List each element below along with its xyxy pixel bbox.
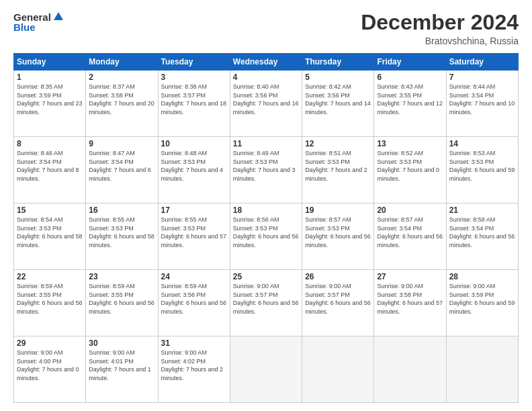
- day-info: Sunrise: 8:59 AMSunset: 3:55 PMDaylight:…: [17, 282, 83, 316]
- day-info: Sunrise: 8:58 AMSunset: 3:54 PMDaylight:…: [449, 216, 515, 249]
- day-info: Sunrise: 8:55 AMSunset: 3:53 PMDaylight:…: [161, 216, 227, 249]
- table-row: [446, 336, 518, 403]
- table-row: 10 Sunrise: 8:48 AMSunset: 3:53 PMDaylig…: [158, 137, 230, 203]
- logo-general: General: [13, 11, 51, 23]
- table-row: 3 Sunrise: 8:38 AMSunset: 3:57 PMDayligh…: [158, 71, 230, 137]
- logo-blue: Blue: [13, 21, 36, 33]
- table-row: 4 Sunrise: 8:40 AMSunset: 3:56 PMDayligh…: [230, 71, 302, 137]
- table-row: 2 Sunrise: 8:37 AMSunset: 3:58 PMDayligh…: [86, 71, 158, 137]
- col-wednesday: Wednesday: [230, 54, 302, 71]
- day-number: 30: [89, 338, 154, 348]
- day-number: 15: [17, 205, 83, 215]
- day-number: 9: [89, 139, 154, 148]
- col-thursday: Thursday: [302, 54, 374, 71]
- table-row: 7 Sunrise: 8:44 AMSunset: 3:54 PMDayligh…: [446, 71, 518, 137]
- day-number: 12: [305, 139, 371, 148]
- location: Bratovshchina, Russia: [361, 36, 519, 46]
- calendar-table: Sunday Monday Tuesday Wednesday Thursday…: [13, 53, 519, 403]
- day-info: Sunrise: 8:57 AMSunset: 3:54 PMDaylight:…: [377, 216, 443, 249]
- day-info: Sunrise: 8:43 AMSunset: 3:55 PMDaylight:…: [377, 83, 443, 116]
- table-row: 16 Sunrise: 8:55 AMSunset: 3:53 PMDaylig…: [86, 203, 158, 270]
- day-number: 28: [449, 272, 515, 281]
- day-info: Sunrise: 9:00 AMSunset: 4:02 PMDaylight:…: [161, 349, 227, 382]
- day-info: Sunrise: 8:53 AMSunset: 3:53 PMDaylight:…: [449, 149, 515, 183]
- table-row: 27 Sunrise: 9:00 AMSunset: 3:58 PMDaylig…: [374, 270, 446, 336]
- title-area: December 2024 Bratovshchina, Russia: [361, 11, 519, 46]
- table-row: 15 Sunrise: 8:54 AMSunset: 3:53 PMDaylig…: [14, 203, 86, 270]
- table-row: 29 Sunrise: 9:00 AMSunset: 4:00 PMDaylig…: [14, 336, 86, 403]
- table-row: 28 Sunrise: 9:00 AMSunset: 3:59 PMDaylig…: [446, 270, 518, 336]
- day-info: Sunrise: 8:42 AMSunset: 3:56 PMDaylight:…: [305, 83, 371, 116]
- day-number: 4: [233, 73, 299, 82]
- table-row: 24 Sunrise: 8:59 AMSunset: 3:56 PMDaylig…: [158, 270, 230, 336]
- day-number: 11: [233, 139, 299, 148]
- table-row: 18 Sunrise: 8:56 AMSunset: 3:53 PMDaylig…: [230, 203, 302, 270]
- table-row: [230, 336, 302, 403]
- day-info: Sunrise: 8:35 AMSunset: 3:59 PMDaylight:…: [17, 83, 83, 116]
- day-number: 22: [17, 272, 83, 281]
- day-info: Sunrise: 9:00 AMSunset: 3:57 PMDaylight:…: [305, 282, 371, 316]
- table-row: 8 Sunrise: 8:46 AMSunset: 3:54 PMDayligh…: [14, 137, 86, 203]
- day-info: Sunrise: 8:48 AMSunset: 3:53 PMDaylight:…: [161, 149, 227, 183]
- col-friday: Friday: [374, 54, 446, 71]
- logo-icon: [52, 11, 64, 23]
- table-row: [374, 336, 446, 403]
- day-info: Sunrise: 9:00 AMSunset: 4:00 PMDaylight:…: [17, 349, 83, 382]
- day-info: Sunrise: 8:37 AMSunset: 3:58 PMDaylight:…: [89, 83, 154, 116]
- day-number: 14: [449, 139, 515, 148]
- table-row: 31 Sunrise: 9:00 AMSunset: 4:02 PMDaylig…: [158, 336, 230, 403]
- table-row: 9 Sunrise: 8:47 AMSunset: 3:54 PMDayligh…: [86, 137, 158, 203]
- day-number: 20: [377, 205, 443, 215]
- page: General Blue December 2024 Bratovshchina…: [0, 0, 532, 411]
- day-info: Sunrise: 8:59 AMSunset: 3:56 PMDaylight:…: [161, 282, 227, 316]
- day-info: Sunrise: 8:52 AMSunset: 3:53 PMDaylight:…: [377, 149, 443, 183]
- header: General Blue December 2024 Bratovshchina…: [13, 11, 519, 46]
- table-row: 11 Sunrise: 8:49 AMSunset: 3:53 PMDaylig…: [230, 137, 302, 203]
- day-info: Sunrise: 9:00 AMSunset: 3:57 PMDaylight:…: [233, 282, 299, 316]
- day-number: 19: [305, 205, 371, 215]
- day-number: 17: [161, 205, 227, 215]
- table-row: 22 Sunrise: 8:59 AMSunset: 3:55 PMDaylig…: [14, 270, 86, 336]
- day-number: 31: [161, 338, 227, 348]
- calendar-week-1: 1 Sunrise: 8:35 AMSunset: 3:59 PMDayligh…: [14, 71, 519, 137]
- table-row: 21 Sunrise: 8:58 AMSunset: 3:54 PMDaylig…: [446, 203, 518, 270]
- table-row: 23 Sunrise: 8:59 AMSunset: 3:55 PMDaylig…: [86, 270, 158, 336]
- day-info: Sunrise: 8:38 AMSunset: 3:57 PMDaylight:…: [161, 83, 227, 116]
- day-info: Sunrise: 9:00 AMSunset: 3:58 PMDaylight:…: [377, 282, 443, 316]
- day-number: 23: [89, 272, 154, 281]
- logo: General Blue: [13, 11, 64, 33]
- day-info: Sunrise: 8:46 AMSunset: 3:54 PMDaylight:…: [17, 149, 83, 183]
- day-info: Sunrise: 8:59 AMSunset: 3:55 PMDaylight:…: [89, 282, 154, 316]
- col-saturday: Saturday: [446, 54, 518, 71]
- day-number: 24: [161, 272, 227, 281]
- table-row: 25 Sunrise: 9:00 AMSunset: 3:57 PMDaylig…: [230, 270, 302, 336]
- table-row: 12 Sunrise: 8:51 AMSunset: 3:53 PMDaylig…: [302, 137, 374, 203]
- calendar-week-5: 29 Sunrise: 9:00 AMSunset: 4:00 PMDaylig…: [14, 336, 519, 403]
- table-row: 19 Sunrise: 8:57 AMSunset: 3:53 PMDaylig…: [302, 203, 374, 270]
- col-tuesday: Tuesday: [158, 54, 230, 71]
- table-row: 17 Sunrise: 8:55 AMSunset: 3:53 PMDaylig…: [158, 203, 230, 270]
- table-row: 26 Sunrise: 9:00 AMSunset: 3:57 PMDaylig…: [302, 270, 374, 336]
- table-row: 13 Sunrise: 8:52 AMSunset: 3:53 PMDaylig…: [374, 137, 446, 203]
- month-title: December 2024: [361, 11, 519, 34]
- day-number: 2: [89, 73, 154, 82]
- day-info: Sunrise: 8:44 AMSunset: 3:54 PMDaylight:…: [449, 83, 515, 116]
- table-row: 5 Sunrise: 8:42 AMSunset: 3:56 PMDayligh…: [302, 71, 374, 137]
- table-row: 30 Sunrise: 9:00 AMSunset: 4:01 PMDaylig…: [86, 336, 158, 403]
- table-row: 20 Sunrise: 8:57 AMSunset: 3:54 PMDaylig…: [374, 203, 446, 270]
- day-number: 27: [377, 272, 443, 281]
- day-info: Sunrise: 8:56 AMSunset: 3:53 PMDaylight:…: [233, 216, 299, 249]
- svg-marker-0: [54, 12, 63, 20]
- table-row: 1 Sunrise: 8:35 AMSunset: 3:59 PMDayligh…: [14, 71, 86, 137]
- day-number: 6: [377, 73, 443, 82]
- day-number: 29: [17, 338, 83, 348]
- calendar-week-4: 22 Sunrise: 8:59 AMSunset: 3:55 PMDaylig…: [14, 270, 519, 336]
- day-info: Sunrise: 8:55 AMSunset: 3:53 PMDaylight:…: [89, 216, 154, 249]
- day-info: Sunrise: 9:00 AMSunset: 4:01 PMDaylight:…: [89, 349, 154, 382]
- day-number: 1: [17, 73, 83, 82]
- day-number: 7: [449, 73, 515, 82]
- day-number: 26: [305, 272, 371, 281]
- table-row: 6 Sunrise: 8:43 AMSunset: 3:55 PMDayligh…: [374, 71, 446, 137]
- day-info: Sunrise: 9:00 AMSunset: 3:59 PMDaylight:…: [449, 282, 515, 316]
- calendar-week-3: 15 Sunrise: 8:54 AMSunset: 3:53 PMDaylig…: [14, 203, 519, 270]
